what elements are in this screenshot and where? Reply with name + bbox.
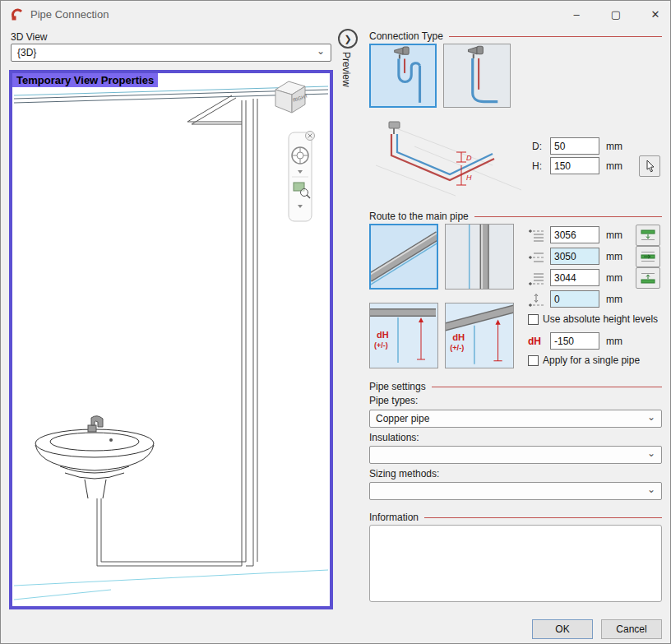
dh-thumb-label-1: dH [452,332,465,342]
section-route-label: Route to the main pipe [369,211,469,222]
window-title: Pipe Connection [30,8,109,21]
chevron-down-icon: ⌄ [647,484,655,495]
route-vertical-image [446,225,513,289]
route-diagonal-image [371,225,437,288]
route-center-unit: mm [606,251,622,262]
route-offset-input[interactable] [550,290,599,308]
cancel-button[interactable]: Cancel [601,619,662,639]
route-top-unit: mm [606,229,622,241]
green-pipe-center-icon [640,250,656,263]
dh-thumb-label-2: (+/-) [374,341,388,350]
pick-dimensions-button[interactable] [639,155,660,177]
cold-pipe [397,134,493,174]
viewcube[interactable]: RIGHT [275,81,308,113]
view-selector[interactable]: {3D} ⌄ [11,44,331,62]
sizing-methods-select[interactable]: ⌄ [369,482,662,500]
section-box-lines [14,570,328,600]
route-option-diagonal[interactable] [369,224,438,290]
section-line [474,216,662,217]
route-center-input[interactable] [550,248,599,265]
preview-3d-drawing: RIGHT [12,73,330,606]
connection-type-option-1[interactable] [369,44,437,108]
chevron-down-icon: ⌄ [317,45,325,57]
insulations-label: Insulations: [369,432,419,443]
preview-strip-label: Preview [340,52,352,87]
pipe-types-value: Copper pipe [376,413,429,424]
temporary-view-properties-badge[interactable]: Temporary View Properties [12,73,158,87]
pipe-center-reference-icon [527,249,545,266]
h-label: H: [532,160,542,172]
route-align-bottom-button[interactable] [636,267,660,289]
view-label: 3D View [11,31,47,43]
chevron-down-icon: ⌄ [647,411,655,423]
minimize-button[interactable]: – [560,1,593,27]
toolbar-close-icon[interactable] [306,132,315,141]
connection-dimension-diagram: D H [369,118,525,197]
connection-type-2-image [444,44,510,107]
connection-type-option-2[interactable] [443,44,511,108]
preview-3d-view[interactable]: RIGHT [9,70,333,609]
pipe-top-reference-icon [527,228,545,244]
pipe-offset-reference-icon [527,292,545,308]
d-input[interactable] [550,137,599,155]
dimension-lines [456,152,466,185]
dh-thumb-label-2: (+/-) [450,344,464,352]
dh-thumb-label-1: dH [377,330,389,340]
cursor-arrow-icon [645,160,655,173]
dimension-h-label: H [466,174,472,182]
ok-button[interactable]: OK [532,619,593,639]
section-connection-type: Connection Type [369,30,662,42]
information-textarea[interactable] [369,525,662,602]
steering-wheel-icon[interactable] [292,147,308,164]
route-dh-horizontal-image: dH (+/-) [370,303,436,366]
valve-icon [389,122,400,134]
section-information: Information [369,512,662,523]
dh-input[interactable] [550,332,599,350]
apply-single-pipe-checkbox[interactable]: Apply for a single pipe [528,354,640,366]
use-absolute-height-checkbox[interactable]: Use absolute height levels [528,313,658,325]
checkbox-box[interactable] [528,355,539,366]
pipe-types-select[interactable]: Copper pipe ⌄ [369,410,662,428]
pipe-bottom-reference-icon [527,271,545,287]
green-pipe-top-icon [640,229,656,242]
titlebar: Pipe Connection – ▢ ✕ [1,1,670,27]
route-bottom-unit: mm [606,272,622,284]
insulations-select[interactable]: ⌄ [369,446,662,464]
section-pipe-settings: Pipe settings [369,381,662,392]
pipe-types-label: Pipe types: [369,395,418,406]
route-align-top-button[interactable] [636,225,660,246]
h-input[interactable] [550,157,599,174]
route-option-dh-horizontal[interactable]: dH (+/-) [369,303,438,368]
route-top-input[interactable] [550,226,599,243]
route-bottom-input[interactable] [550,269,599,286]
green-pipe-bottom-icon [640,271,656,285]
chevron-down-icon: ⌄ [647,447,655,459]
expand-preview-button[interactable]: ❯ [338,29,358,49]
section-line [424,517,662,518]
h-unit: mm [606,160,622,172]
nav-toolbar[interactable] [289,132,315,222]
close-button[interactable]: ✕ [639,1,671,27]
route-dh-sloped-image: dH (+/-) [446,303,513,368]
d-label: D: [532,141,542,152]
valve-icon [395,47,409,58]
section-route: Route to the main pipe [369,211,662,222]
valve-icon [468,46,483,58]
app-icon [11,7,24,21]
dh-label: dH [528,336,541,347]
route-option-dh-sloped[interactable]: dH (+/-) [445,303,514,368]
vertical-pipes [97,99,257,566]
pipe-connection-dialog: Pipe Connection – ▢ ✕ 3D View {3D} ⌄ [0,0,671,644]
use-absolute-height-label: Use absolute height levels [543,313,658,325]
view-selector-value: {3D} [17,47,36,58]
connection-type-1-image [371,45,435,106]
route-option-vertical[interactable] [445,224,514,290]
section-line [432,387,662,387]
maximize-button[interactable]: ▢ [599,1,632,27]
connector-pipes [187,95,242,124]
checkbox-box[interactable] [528,314,539,325]
sink [35,416,154,498]
route-align-center-button[interactable] [636,246,660,267]
dimension-d-label: D [466,154,472,162]
section-connection-type-label: Connection Type [369,30,443,42]
